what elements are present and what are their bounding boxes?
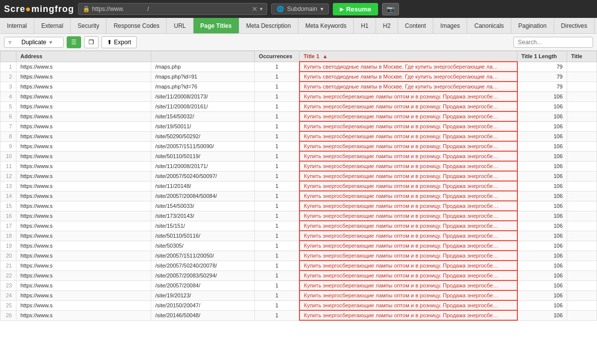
cell-title1: Купить светодиодные лампы в Москве. Где … xyxy=(299,62,517,72)
cell-title2 xyxy=(567,181,597,191)
table-row[interactable]: 11https://www.s/site/11/20008/20171/1Куп… xyxy=(0,161,597,171)
table-row[interactable]: 26https://www.s/site/20146/50048/1Купить… xyxy=(0,310,597,320)
export-label: Export xyxy=(114,39,131,46)
screenshot-button[interactable]: 📷 xyxy=(382,3,399,15)
cell-num: 8 xyxy=(0,131,16,141)
table-row[interactable]: 10https://www.s/site/50110/50119/1Купить… xyxy=(0,151,597,161)
nav-tab-images[interactable]: Images xyxy=(433,18,467,33)
table-row[interactable]: 8https://www.s/site/50290/50292/1Купить … xyxy=(0,131,597,141)
cell-title1: Купить энергосберегающие лампы оптом и в… xyxy=(299,171,517,181)
cell-address: https://www.s xyxy=(16,261,151,271)
cell-title1-length: 106 xyxy=(517,241,567,251)
nav-tab-external[interactable]: External xyxy=(34,18,71,33)
cell-address: https://www.s xyxy=(16,271,151,280)
table-row[interactable]: 14https://www.s/site/20057/20084/50084/1… xyxy=(0,191,597,201)
table-row[interactable]: 20https://www.s/site/20057/1511/20050/1К… xyxy=(0,251,597,261)
export-button[interactable]: ⬆ Export xyxy=(101,36,137,48)
subdomain-button[interactable]: 🌐 Subdomain ▾ xyxy=(271,3,329,14)
nav-tab-content[interactable]: Content xyxy=(398,18,433,33)
col-title[interactable]: Title xyxy=(567,51,597,62)
resume-button[interactable]: ▶ Resume xyxy=(333,3,379,15)
nav-tab-hreflang[interactable]: Hreflang xyxy=(595,18,597,33)
table-row[interactable]: 7https://www.s/site/19/50011/1Купить эне… xyxy=(0,121,597,131)
cell-path: /site/11/20008/20161/ xyxy=(151,101,254,111)
cell-address: https://www.s xyxy=(16,280,151,290)
cell-occurrences: 1 xyxy=(255,261,299,271)
table-row[interactable]: 5https://www.s/site/11/20008/20161/1Купи… xyxy=(0,101,597,111)
nav-tab-url[interactable]: URL xyxy=(167,18,193,33)
close-url-icon[interactable]: ✕ xyxy=(252,5,258,13)
col-title1[interactable]: Title 1 ▲ xyxy=(299,51,517,62)
nav-tab-meta-description[interactable]: Meta Description xyxy=(239,18,298,33)
nav-tab-security[interactable]: Security xyxy=(71,18,106,33)
nav-tab-response-codes[interactable]: Response Codes xyxy=(106,18,167,33)
table-row[interactable]: 16https://www.s/site/173/20143/1Купить э… xyxy=(0,211,597,221)
nav-tab-canonicals[interactable]: Canonicals xyxy=(467,18,511,33)
col-address[interactable]: Address xyxy=(16,51,151,62)
table-row[interactable]: 25https://www.s/site/20150/20047/1Купить… xyxy=(0,300,597,310)
col-path[interactable] xyxy=(151,51,254,62)
search-input[interactable] xyxy=(513,37,593,48)
cell-title1: Купить энергосберегающие лампы оптом и в… xyxy=(299,101,517,111)
table-row[interactable]: 15https://www.s/site/154/50033/1Купить э… xyxy=(0,201,597,211)
nav-tab-directives[interactable]: Directives xyxy=(554,18,595,33)
subdomain-label: Subdomain xyxy=(287,5,317,12)
table-row[interactable]: 17https://www.s/site/15/151/1Купить энер… xyxy=(0,221,597,231)
cell-title2 xyxy=(567,251,597,261)
cell-num: 3 xyxy=(0,82,16,91)
table-row[interactable]: 18https://www.s/site/50110/50116/1Купить… xyxy=(0,231,597,241)
cell-path: /site/50110/50119/ xyxy=(151,151,254,161)
url-dropdown-icon[interactable]: ▾ xyxy=(260,5,263,12)
cell-occurrences: 1 xyxy=(255,290,299,300)
cell-address: https://www.s xyxy=(16,290,151,300)
nav-tab-page-titles[interactable]: Page Titles xyxy=(194,18,239,33)
cell-title1-length: 106 xyxy=(517,310,567,320)
cell-path: /maps.php?id=91 xyxy=(151,72,254,82)
cell-title1: Купить энергосберегающие лампы оптом и в… xyxy=(299,290,517,300)
cell-title2 xyxy=(567,111,597,121)
cell-num: 2 xyxy=(0,72,16,82)
cell-title1: Купить энергосберегающие лампы оптом и в… xyxy=(299,121,517,131)
col-title1-length[interactable]: Title 1 Length xyxy=(517,51,567,62)
table-row[interactable]: 19https://www.s/site/50305/1Купить энерг… xyxy=(0,241,597,251)
nav-tab-internal[interactable]: Internal xyxy=(0,18,34,33)
col-occurrences[interactable]: Occurrences xyxy=(255,51,299,62)
cell-path: /site/20057/20083/50294/ xyxy=(151,271,254,280)
cell-title1: Купить энергосберегающие лампы оптом и в… xyxy=(299,161,517,171)
cell-title2 xyxy=(567,121,597,131)
list-view-button[interactable]: ☰ xyxy=(67,36,81,48)
table-row[interactable]: 9https://www.s/site/20057/1511/50090/1Ку… xyxy=(0,141,597,151)
cell-title1-length: 106 xyxy=(517,290,567,300)
table-row[interactable]: 4https://www.s/site/11/20008/20173/1Купи… xyxy=(0,91,597,101)
nav-tab-pagination[interactable]: Pagination xyxy=(511,18,554,33)
cell-num: 9 xyxy=(0,141,16,151)
cell-address: https://www.s xyxy=(16,101,151,111)
url-bar[interactable]: 🔒 ✕ ▾ xyxy=(78,3,267,15)
nav-tab-h1[interactable]: H1 xyxy=(354,18,376,33)
cell-address: https://www.s xyxy=(16,310,151,320)
cell-address: https://www.s xyxy=(16,201,151,211)
table-row[interactable]: 3https://www.s/maps.php?id=761Купить све… xyxy=(0,82,597,91)
table-row[interactable]: 2https://www.s/maps.php?id=911Купить све… xyxy=(0,72,597,82)
table-row[interactable]: 13https://www.s/site/11/20148/1Купить эн… xyxy=(0,181,597,191)
table-row[interactable]: 1https://www.s/maps.php1Купить светодиод… xyxy=(0,62,597,72)
table-row[interactable]: 6https://www.s/site/154/50032/1Купить эн… xyxy=(0,111,597,121)
nav-tab-h2[interactable]: H2 xyxy=(376,18,398,33)
table-row[interactable]: 22https://www.s/site/20057/20083/50294/1… xyxy=(0,271,597,280)
url-input[interactable] xyxy=(92,5,250,12)
table-row[interactable]: 12https://www.s/site/20057/50240/50097/1… xyxy=(0,171,597,181)
nav-tabs: InternalExternalSecurityResponse CodesUR… xyxy=(0,18,597,34)
cell-num: 12 xyxy=(0,171,16,181)
table-row[interactable]: 24https://www.s/site/19/20123/1Купить эн… xyxy=(0,290,597,300)
cell-path: /site/50290/50292/ xyxy=(151,131,254,141)
cell-num: 5 xyxy=(0,101,16,111)
tree-view-button[interactable]: ❐ xyxy=(84,36,99,48)
table-row[interactable]: 21https://www.s/site/20057/50240/20078/1… xyxy=(0,261,597,271)
data-table-container: Address Occurrences Title 1 ▲ Title 1 Le… xyxy=(0,51,597,364)
cell-occurrences: 1 xyxy=(255,141,299,151)
filter-dropdown[interactable]: ▿ Duplicate ▾ xyxy=(4,37,64,48)
nav-tab-meta-keywords[interactable]: Meta Keywords xyxy=(298,18,354,33)
col-num[interactable] xyxy=(0,51,16,62)
table-row[interactable]: 23https://www.s/site/20057/20084/1Купить… xyxy=(0,280,597,290)
cell-title1-length: 106 xyxy=(517,141,567,151)
